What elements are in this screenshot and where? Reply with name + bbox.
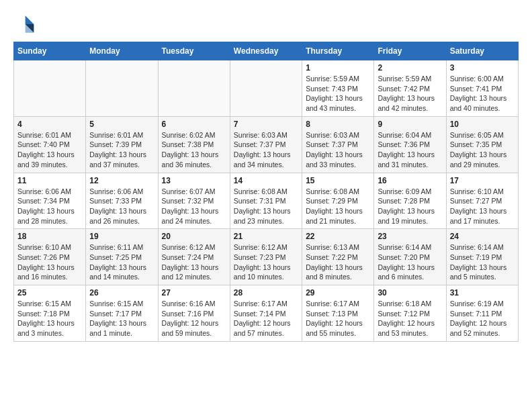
day-cell (158, 60, 230, 117)
day-cell: 23Sunrise: 6:14 AM Sunset: 7:20 PM Dayli… (374, 229, 446, 285)
day-cell: 13Sunrise: 6:07 AM Sunset: 7:32 PM Dayli… (158, 173, 230, 229)
day-number: 11 (17, 176, 82, 185)
day-info: Sunrise: 6:02 AM Sunset: 7:38 PM Dayligh… (162, 130, 226, 170)
day-info: Sunrise: 6:01 AM Sunset: 7:39 PM Dayligh… (89, 130, 154, 170)
day-number: 8 (306, 120, 370, 129)
day-info: Sunrise: 5:59 AM Sunset: 7:43 PM Dayligh… (306, 74, 370, 113)
day-cell: 11Sunrise: 6:06 AM Sunset: 7:34 PM Dayli… (14, 173, 86, 229)
day-cell: 19Sunrise: 6:11 AM Sunset: 7:25 PM Dayli… (86, 229, 158, 285)
day-cell: 31Sunrise: 6:19 AM Sunset: 7:11 PM Dayli… (446, 285, 518, 342)
day-cell: 20Sunrise: 6:12 AM Sunset: 7:24 PM Dayli… (158, 229, 230, 285)
col-header-monday: Monday (86, 42, 158, 60)
day-cell: 3Sunrise: 6:00 AM Sunset: 7:41 PM Daylig… (446, 60, 518, 117)
day-cell: 16Sunrise: 6:09 AM Sunset: 7:28 PM Dayli… (374, 173, 446, 229)
day-info: Sunrise: 6:08 AM Sunset: 7:31 PM Dayligh… (234, 187, 298, 226)
day-number: 24 (450, 232, 515, 241)
day-info: Sunrise: 6:12 AM Sunset: 7:23 PM Dayligh… (234, 242, 298, 282)
day-cell: 6Sunrise: 6:02 AM Sunset: 7:38 PM Daylig… (158, 116, 230, 173)
day-cell: 5Sunrise: 6:01 AM Sunset: 7:39 PM Daylig… (86, 116, 158, 173)
week-row-5: 25Sunrise: 6:15 AM Sunset: 7:18 PM Dayli… (14, 285, 519, 342)
day-info: Sunrise: 6:17 AM Sunset: 7:13 PM Dayligh… (306, 299, 370, 338)
page-header (13, 13, 519, 35)
day-info: Sunrise: 6:10 AM Sunset: 7:26 PM Dayligh… (17, 242, 82, 282)
day-number: 18 (17, 232, 82, 241)
logo (13, 13, 38, 35)
day-number: 4 (17, 120, 82, 129)
day-cell: 4Sunrise: 6:01 AM Sunset: 7:40 PM Daylig… (14, 116, 86, 173)
day-cell: 22Sunrise: 6:13 AM Sunset: 7:22 PM Dayli… (302, 229, 374, 285)
day-info: Sunrise: 6:00 AM Sunset: 7:41 PM Dayligh… (450, 74, 515, 113)
header-row: SundayMondayTuesdayWednesdayThursdayFrid… (14, 42, 519, 60)
day-info: Sunrise: 6:11 AM Sunset: 7:25 PM Dayligh… (89, 242, 154, 282)
week-row-3: 11Sunrise: 6:06 AM Sunset: 7:34 PM Dayli… (14, 173, 519, 229)
day-cell: 21Sunrise: 6:12 AM Sunset: 7:23 PM Dayli… (230, 229, 302, 285)
day-number: 6 (162, 120, 226, 129)
day-cell: 24Sunrise: 6:14 AM Sunset: 7:19 PM Dayli… (446, 229, 518, 285)
day-number: 5 (89, 120, 154, 129)
day-info: Sunrise: 6:18 AM Sunset: 7:12 PM Dayligh… (378, 299, 442, 338)
day-cell: 12Sunrise: 6:06 AM Sunset: 7:33 PM Dayli… (86, 173, 158, 229)
day-number: 23 (378, 232, 442, 241)
day-number: 28 (234, 288, 298, 298)
col-header-sunday: Sunday (14, 42, 86, 60)
day-number: 12 (89, 176, 154, 185)
day-number: 3 (450, 63, 515, 73)
week-row-2: 4Sunrise: 6:01 AM Sunset: 7:40 PM Daylig… (14, 116, 519, 173)
day-number: 2 (378, 63, 442, 73)
week-row-1: 1Sunrise: 5:59 AM Sunset: 7:43 PM Daylig… (14, 60, 519, 117)
day-cell: 9Sunrise: 6:04 AM Sunset: 7:36 PM Daylig… (374, 116, 446, 173)
day-cell: 30Sunrise: 6:18 AM Sunset: 7:12 PM Dayli… (374, 285, 446, 342)
day-cell: 18Sunrise: 6:10 AM Sunset: 7:26 PM Dayli… (14, 229, 86, 285)
col-header-tuesday: Tuesday (158, 42, 230, 60)
day-cell (86, 60, 158, 117)
day-info: Sunrise: 6:13 AM Sunset: 7:22 PM Dayligh… (306, 242, 370, 282)
day-cell: 17Sunrise: 6:10 AM Sunset: 7:27 PM Dayli… (446, 173, 518, 229)
day-number: 30 (378, 288, 442, 298)
day-info: Sunrise: 6:12 AM Sunset: 7:24 PM Dayligh… (162, 242, 226, 282)
day-number: 16 (378, 176, 442, 185)
day-info: Sunrise: 6:09 AM Sunset: 7:28 PM Dayligh… (378, 187, 442, 226)
day-number: 27 (162, 288, 226, 298)
day-cell: 7Sunrise: 6:03 AM Sunset: 7:37 PM Daylig… (230, 116, 302, 173)
day-number: 20 (162, 232, 226, 241)
svg-marker-0 (26, 15, 34, 24)
day-number: 1 (306, 63, 370, 73)
day-info: Sunrise: 6:05 AM Sunset: 7:35 PM Dayligh… (450, 130, 515, 170)
day-number: 9 (378, 120, 442, 129)
day-number: 19 (89, 232, 154, 241)
day-cell (14, 60, 86, 117)
day-info: Sunrise: 6:06 AM Sunset: 7:34 PM Dayligh… (17, 187, 82, 226)
day-cell: 28Sunrise: 6:17 AM Sunset: 7:14 PM Dayli… (230, 285, 302, 342)
col-header-wednesday: Wednesday (230, 42, 302, 60)
day-cell: 1Sunrise: 5:59 AM Sunset: 7:43 PM Daylig… (302, 60, 374, 117)
day-number: 13 (162, 176, 226, 185)
day-info: Sunrise: 6:17 AM Sunset: 7:14 PM Dayligh… (234, 299, 298, 338)
day-cell: 27Sunrise: 6:16 AM Sunset: 7:16 PM Dayli… (158, 285, 230, 342)
col-header-saturday: Saturday (446, 42, 518, 60)
day-info: Sunrise: 6:06 AM Sunset: 7:33 PM Dayligh… (89, 187, 154, 226)
col-header-friday: Friday (374, 42, 446, 60)
day-cell: 26Sunrise: 6:15 AM Sunset: 7:17 PM Dayli… (86, 285, 158, 342)
day-number: 17 (450, 176, 515, 185)
logo-icon (13, 13, 35, 35)
day-number: 22 (306, 232, 370, 241)
day-number: 26 (89, 288, 154, 298)
day-info: Sunrise: 6:14 AM Sunset: 7:20 PM Dayligh… (378, 242, 442, 282)
day-number: 15 (306, 176, 370, 185)
day-cell: 29Sunrise: 6:17 AM Sunset: 7:13 PM Dayli… (302, 285, 374, 342)
day-info: Sunrise: 6:15 AM Sunset: 7:17 PM Dayligh… (89, 299, 154, 338)
day-info: Sunrise: 6:03 AM Sunset: 7:37 PM Dayligh… (306, 130, 370, 170)
day-number: 21 (234, 232, 298, 241)
day-info: Sunrise: 6:15 AM Sunset: 7:18 PM Dayligh… (17, 299, 82, 338)
day-number: 14 (234, 176, 298, 185)
day-info: Sunrise: 6:07 AM Sunset: 7:32 PM Dayligh… (162, 187, 226, 226)
day-info: Sunrise: 6:14 AM Sunset: 7:19 PM Dayligh… (450, 242, 515, 282)
day-cell: 10Sunrise: 6:05 AM Sunset: 7:35 PM Dayli… (446, 116, 518, 173)
day-number: 25 (17, 288, 82, 298)
week-row-4: 18Sunrise: 6:10 AM Sunset: 7:26 PM Dayli… (14, 229, 519, 285)
day-cell: 14Sunrise: 6:08 AM Sunset: 7:31 PM Dayli… (230, 173, 302, 229)
calendar: SundayMondayTuesdayWednesdayThursdayFrid… (13, 42, 519, 342)
day-number: 7 (234, 120, 298, 129)
day-cell: 8Sunrise: 6:03 AM Sunset: 7:37 PM Daylig… (302, 116, 374, 173)
col-header-thursday: Thursday (302, 42, 374, 60)
